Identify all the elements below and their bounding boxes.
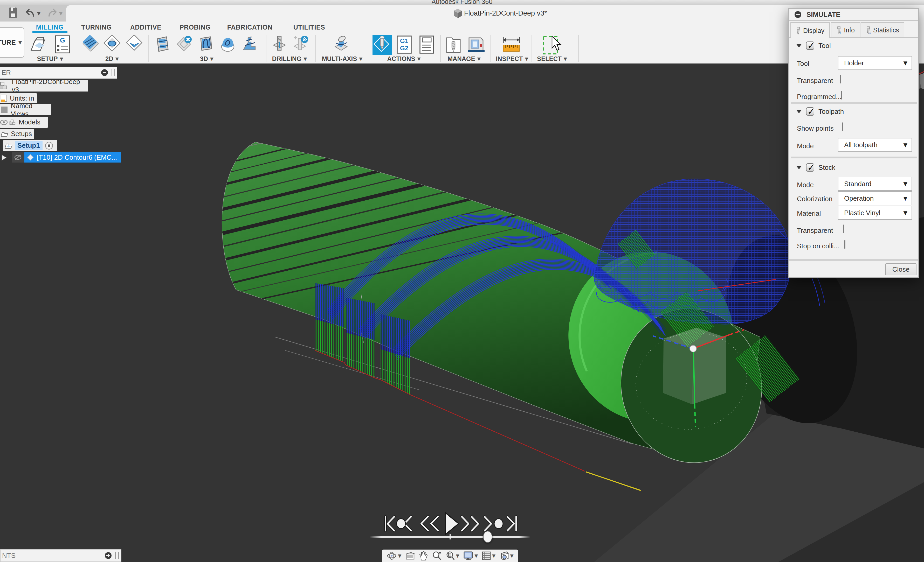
- section-toolpath[interactable]: Toolpath: [796, 107, 844, 116]
- group-label-manage[interactable]: MANAGE: [447, 55, 481, 63]
- undo-icon[interactable]: [25, 8, 35, 17]
- tab-display[interactable]: Display: [790, 22, 830, 38]
- setup-sheet-icon[interactable]: G: [55, 35, 70, 54]
- measure-icon[interactable]: [502, 35, 520, 54]
- stop-collision-checkbox[interactable]: [844, 240, 845, 249]
- toolpath-mode-dropdown[interactable]: All toolpath: [838, 138, 912, 152]
- browser-collapse-icon[interactable]: [101, 69, 108, 76]
- active-setup-radio[interactable]: [45, 142, 53, 149]
- group-label-actions[interactable]: ACTIONS: [387, 55, 420, 63]
- section-collapse-icon[interactable]: [796, 110, 802, 113]
- go-to-end-icon[interactable]: [507, 517, 516, 531]
- tool-dropdown[interactable]: Holder: [838, 56, 912, 70]
- look-at-button[interactable]: [405, 552, 415, 560]
- drill-icon[interactable]: [272, 35, 287, 54]
- browser-header[interactable]: ER: [0, 67, 117, 79]
- simulate-button-active[interactable]: [372, 35, 392, 55]
- tool-library-icon[interactable]: [446, 35, 461, 54]
- tool-transparent-checkbox[interactable]: [840, 75, 841, 84]
- tab-milling[interactable]: MILLING: [36, 24, 63, 31]
- tool-section-checkbox[interactable]: [806, 42, 814, 50]
- browser-item-setup1[interactable]: Setup1: [3, 140, 57, 151]
- group-label-drilling[interactable]: DRILLING: [272, 55, 307, 63]
- orbit-button[interactable]: +: [387, 551, 401, 561]
- play-button[interactable]: [446, 513, 459, 534]
- machine-library-icon[interactable]: [468, 35, 486, 54]
- next-operation-dot[interactable]: [494, 519, 503, 529]
- close-button[interactable]: Close: [885, 263, 916, 275]
- step-back-icon[interactable]: [421, 517, 438, 531]
- operation-visibility-box[interactable]: [12, 152, 24, 163]
- browser-item-root[interactable]: FloatPin-2DCont-Deep v3: [0, 80, 88, 91]
- group-label-select[interactable]: SELECT: [537, 55, 567, 63]
- simulate-panel-header[interactable]: SIMULATE: [789, 9, 918, 21]
- operation-selected-row[interactable]: [T10] 2D Contour6 (EMC...: [24, 152, 121, 163]
- viewport-canvas[interactable]: [0, 64, 924, 562]
- 3d-steep-shallow-icon[interactable]: [198, 35, 213, 54]
- drill-wrench-icon[interactable]: [292, 35, 309, 54]
- tab-fabrication[interactable]: FABRICATION: [227, 24, 272, 31]
- programmed-checkbox[interactable]: [841, 91, 842, 100]
- section-stock[interactable]: Stock: [796, 163, 835, 172]
- viewports-button[interactable]: [500, 551, 514, 561]
- browser-item-named-views[interactable]: Named Views: [0, 104, 51, 115]
- pan-button[interactable]: [418, 551, 428, 561]
- panel-minimize-icon[interactable]: [795, 11, 801, 18]
- undo-dropdown-caret[interactable]: [37, 11, 40, 16]
- new-setup-icon[interactable]: [30, 35, 49, 54]
- 3d-ramp-icon[interactable]: [242, 35, 257, 54]
- stock-transparent-checkbox[interactable]: [843, 224, 844, 233]
- toolpath-section-checkbox[interactable]: [806, 107, 814, 116]
- colorization-dropdown[interactable]: Operation: [838, 191, 912, 205]
- tab-info[interactable]: # Info: [831, 22, 861, 37]
- 3d-morph-icon[interactable]: [220, 35, 235, 54]
- tab-statistics[interactable]: # Statistics: [861, 22, 904, 37]
- group-label-setup[interactable]: SETUP: [37, 55, 63, 63]
- stock-mode-dropdown[interactable]: Standard: [838, 177, 912, 191]
- display-settings-button[interactable]: [463, 551, 478, 561]
- browser-item-models[interactable]: Models: [0, 117, 48, 128]
- group-label-inspect[interactable]: INSPECT: [496, 55, 528, 63]
- browser-named-views-label: Named Views: [10, 102, 51, 118]
- fit-button[interactable]: [446, 551, 459, 561]
- 2d-contour-icon[interactable]: [126, 35, 142, 54]
- 3d-adaptive-icon[interactable]: [155, 35, 170, 54]
- step-forward-icon[interactable]: [462, 517, 478, 531]
- 2d-face-icon[interactable]: [81, 35, 100, 54]
- 3d-pocket-icon[interactable]: [177, 35, 192, 54]
- redo-dropdown-caret[interactable]: [59, 11, 63, 16]
- comments-resize-grip[interactable]: [115, 552, 119, 559]
- save-icon[interactable]: [9, 7, 17, 18]
- 2d-adaptive-icon[interactable]: [103, 35, 121, 54]
- setup-sheet-action-icon[interactable]: [419, 35, 434, 54]
- post-process-icon[interactable]: G1 G2: [396, 35, 412, 54]
- tab-additive[interactable]: ADDITIVE: [130, 24, 162, 31]
- timeline-knob[interactable]: [483, 531, 492, 543]
- comments-expand-icon[interactable]: [105, 552, 111, 559]
- workspace-selector[interactable]: CTURE: [0, 27, 24, 58]
- grid-settings-button[interactable]: [482, 551, 495, 561]
- group-label-3d[interactable]: 3D: [200, 55, 213, 63]
- section-tool[interactable]: Tool: [796, 42, 831, 50]
- tab-utilities[interactable]: UTILITIES: [293, 24, 325, 31]
- redo-icon[interactable]: [48, 8, 58, 17]
- visibility-eye-icon[interactable]: [0, 120, 8, 125]
- go-to-beginning-icon[interactable]: [386, 517, 394, 531]
- material-dropdown[interactable]: Plastic Vinyl: [838, 206, 912, 220]
- tab-turning[interactable]: TURNING: [81, 24, 111, 31]
- section-collapse-icon[interactable]: [796, 166, 802, 169]
- browser-resize-grip[interactable]: [111, 69, 115, 76]
- section-collapse-icon[interactable]: [796, 44, 802, 48]
- stock-section-checkbox[interactable]: [806, 163, 814, 172]
- comments-bar[interactable]: NTS: [0, 549, 122, 562]
- group-label-multiaxis[interactable]: MULTI-AXIS: [322, 55, 363, 63]
- expand-arrow-icon[interactable]: [1, 154, 7, 161]
- tab-probing[interactable]: PROBING: [180, 24, 211, 31]
- group-separator: [315, 35, 316, 62]
- show-points-checkbox[interactable]: [842, 123, 843, 131]
- previous-operation-dot[interactable]: [397, 519, 405, 529]
- multiaxis-swarf-icon[interactable]: [333, 35, 350, 54]
- browser-item-setups[interactable]: Setups: [0, 129, 34, 139]
- group-label-2d[interactable]: 2D: [105, 55, 119, 63]
- zoom-button[interactable]: ±: [432, 551, 442, 561]
